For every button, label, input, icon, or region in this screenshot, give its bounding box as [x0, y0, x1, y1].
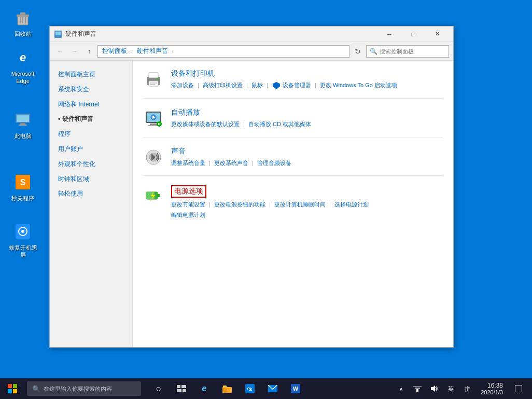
devices-printers-title[interactable]: 设备和打印机: [171, 69, 443, 78]
taskbar-btn-explorer[interactable]: [218, 379, 236, 398]
back-button[interactable]: ←: [54, 45, 66, 58]
svg-text:🛍: 🛍: [247, 386, 253, 392]
desktop-icon-computer[interactable]: 此电脑: [4, 106, 41, 143]
desktop-icon-repair[interactable]: 修复开机黑屏: [4, 218, 41, 262]
svg-rect-40: [8, 389, 12, 393]
link-energy-settings[interactable]: 更改节能设置: [171, 201, 205, 208]
svg-rect-36: [158, 194, 160, 197]
start-button[interactable]: [0, 378, 25, 399]
autoplay-title[interactable]: 自动播放: [171, 108, 443, 117]
desktop-icon-shortcuts[interactable]: S 秒关程序: [4, 169, 41, 205]
link-change-sounds[interactable]: 更改系统声音: [214, 160, 248, 166]
link-manage-audio[interactable]: 管理音频设备: [257, 160, 291, 166]
edge-label: Microsoft Edge: [11, 70, 35, 85]
sidebar-item-system-security[interactable]: 系统和安全: [50, 82, 132, 97]
notification-button[interactable]: [509, 379, 528, 398]
sidebar-item-clock-region[interactable]: 时钟和区域: [50, 172, 132, 187]
svg-rect-9: [19, 125, 27, 126]
sound-section-icon: [143, 147, 164, 168]
search-box: 🔍: [366, 45, 449, 58]
path-sep1: ›: [131, 47, 133, 54]
svg-point-22: [157, 78, 159, 80]
link-advanced-print[interactable]: 高级打印机设置: [203, 82, 243, 88]
svg-rect-39: [13, 384, 17, 388]
maximize-button[interactable]: □: [401, 26, 425, 42]
link-power-button[interactable]: 更改电源按钮的功能: [214, 201, 265, 208]
svg-rect-1: [17, 15, 29, 17]
svg-rect-54: [416, 389, 418, 392]
taskbar-btn-edge[interactable]: e: [195, 379, 214, 398]
svg-marker-57: [431, 386, 435, 392]
sidebar-item-programs[interactable]: 程序: [50, 127, 132, 142]
svg-rect-20: [150, 82, 157, 84]
tray-volume[interactable]: [427, 379, 441, 398]
address-path[interactable]: 控制面板 › 硬件和声音 ›: [97, 45, 349, 58]
link-edit-plan[interactable]: 编辑电源计划: [171, 212, 205, 218]
taskbar-btn-cortana[interactable]: ○: [149, 379, 168, 398]
forward-button[interactable]: →: [68, 45, 81, 58]
section-devices-printers: 设备和打印机 添加设备 | 高级打印机设置 | 鼠标 | 设备管理器 | 更改 …: [143, 69, 443, 99]
desktop-icon-recycle[interactable]: 回收站: [4, 4, 41, 40]
link-add-device[interactable]: 添加设备: [171, 82, 194, 88]
link-autoplay-cd[interactable]: 自动播放 CD 或其他媒体: [248, 121, 311, 127]
power-options-links: 更改节能设置 | 更改电源按钮的功能 | 更改计算机睡眠时间 | 选择电源计划 …: [171, 200, 443, 221]
link-adjust-volume[interactable]: 调整系统音量: [171, 160, 205, 166]
svg-rect-58: [515, 385, 522, 392]
sidebar-item-user-accounts[interactable]: 用户账户: [50, 142, 132, 157]
sidebar-item-appearance[interactable]: 外观和个性化: [50, 157, 132, 172]
sound-title[interactable]: 声音: [171, 147, 443, 156]
taskbar: 🔍 在这里输入你要搜索的内容 ○ e: [0, 378, 532, 399]
power-options-body: 电源选项 更改节能设置 | 更改电源按钮的功能 | 更改计算机睡眠时间 | 选择…: [171, 185, 443, 221]
refresh-button[interactable]: ↻: [352, 45, 364, 58]
svg-rect-21: [150, 84, 155, 85]
desktop-icon-edge[interactable]: e Microsoft Edge: [4, 44, 41, 88]
link-mouse[interactable]: 鼠标: [251, 82, 263, 88]
svg-text:S: S: [20, 178, 26, 187]
tray-ime[interactable]: 拼: [460, 379, 474, 398]
power-section-icon: [143, 185, 164, 206]
section-sound: 声音 调整系统音量 | 更改系统声音 | 管理音频设备: [143, 147, 443, 176]
sidebar-item-network[interactable]: 网络和 Internet: [50, 97, 132, 112]
link-sleep-time[interactable]: 更改计算机睡眠时间: [274, 201, 326, 208]
link-choose-plan[interactable]: 选择电源计划: [334, 201, 369, 208]
up-button[interactable]: ↑: [83, 45, 95, 58]
autoplay-links: 更改媒体或设备的默认设置 | 自动播放 CD 或其他媒体: [171, 119, 443, 130]
search-input[interactable]: [380, 48, 445, 54]
tray-expand[interactable]: ∧: [394, 379, 408, 398]
tray-language[interactable]: 英: [443, 379, 458, 398]
printer-section-icon: [143, 69, 164, 90]
link-device-manager[interactable]: 设备管理器: [283, 82, 311, 88]
devices-printers-body: 设备和打印机 添加设备 | 高级打印机设置 | 鼠标 | 设备管理器 | 更改 …: [171, 69, 443, 91]
taskbar-btn-taskview[interactable]: [172, 379, 191, 398]
path-hardware-sound[interactable]: 硬件和声音: [137, 47, 168, 54]
repair-label: 修复开机黑屏: [6, 244, 39, 259]
window-title: 硬件和声音: [65, 30, 377, 38]
svg-rect-8: [20, 123, 25, 125]
sidebar-item-ease-access[interactable]: 轻松使用: [50, 186, 132, 201]
system-clock[interactable]: 16:38 2020/1/3: [477, 382, 507, 395]
path-control-panel[interactable]: 控制面板: [102, 47, 127, 54]
minimize-button[interactable]: ─: [377, 26, 401, 42]
sidebar-item-hardware-sound[interactable]: 硬件和声音: [50, 112, 132, 127]
power-options-title[interactable]: 电源选项: [171, 185, 206, 198]
address-bar: ← → ↑ 控制面板 › 硬件和声音 › ↻ 🔍: [50, 42, 453, 61]
window-icon: [54, 30, 62, 38]
sound-body: 声音 调整系统音量 | 更改系统声音 | 管理音频设备: [171, 147, 443, 169]
shortcuts-label: 秒关程序: [11, 195, 34, 202]
svg-text:W: W: [293, 386, 299, 392]
svg-rect-56: [413, 386, 422, 387]
sidebar-item-control-panel-home[interactable]: 控制面板主页: [50, 67, 132, 82]
close-button[interactable]: ✕: [425, 26, 449, 42]
sound-links: 调整系统音量 | 更改系统声音 | 管理音频设备: [171, 158, 443, 169]
taskbar-btn-store[interactable]: 🛍: [241, 379, 259, 398]
link-change-default[interactable]: 更改媒体或设备的默认设置: [171, 121, 240, 127]
taskbar-btn-word[interactable]: W: [286, 379, 305, 398]
link-windows-to-go[interactable]: 更改 Windows To Go 启动选项: [320, 82, 397, 88]
taskbar-search[interactable]: 🔍 在这里输入你要搜索的内容: [27, 381, 141, 396]
taskbar-search-text: 在这里输入你要搜索的内容: [44, 385, 112, 393]
tray-network[interactable]: [410, 379, 425, 398]
svg-point-14: [21, 230, 24, 233]
section-power-options: 电源选项 更改节能设置 | 更改电源按钮的功能 | 更改计算机睡眠时间 | 选择…: [143, 185, 443, 228]
main-content: 设备和打印机 添加设备 | 高级打印机设置 | 鼠标 | 设备管理器 | 更改 …: [133, 61, 453, 347]
taskbar-btn-mail[interactable]: [263, 379, 282, 398]
